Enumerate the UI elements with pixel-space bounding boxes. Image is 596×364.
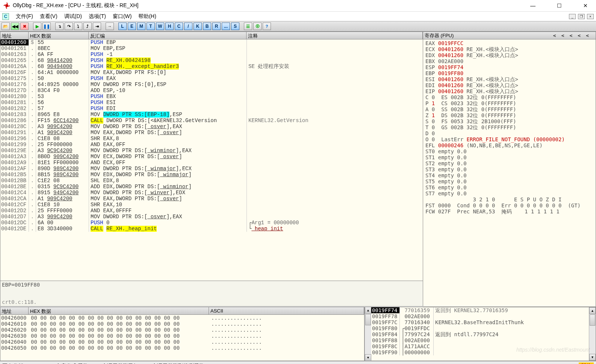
disasm-row[interactable]: 00401275.50PUSH EAX <box>0 76 423 82</box>
register-line[interactable]: EBP 0019FF80 <box>425 70 593 76</box>
dump-row[interactable]: 0042602000 00 00 00 00 00 00 00 00 00 00… <box>1 327 364 333</box>
disasm-row[interactable]: 00401260$55PUSH EBP <box>0 39 423 45</box>
dump-col-ascii[interactable]: ASCII <box>209 307 364 314</box>
register-line[interactable]: EDX 00401260 RE_XH.<模块入口点> <box>425 52 593 58</box>
register-line[interactable]: EAX 0019FFCC <box>425 40 593 46</box>
disasm-row[interactable]: 00401263.6A FFPUSH -1 <box>0 51 423 57</box>
register-line[interactable]: T 0 GS 002B 32位 0(FFFFFFFF) <box>425 124 593 130</box>
disasm-row[interactable]: 004012D2.25 FFFF0000AND EAX,0FFFF <box>0 208 423 214</box>
dump-row[interactable]: 0042605000 00 00 00 00 00 00 00 00 00 00… <box>1 345 364 351</box>
register-line[interactable]: ST6 empty 0.0 <box>425 184 593 190</box>
register-line[interactable]: ST4 empty 0.0 <box>425 172 593 178</box>
trace-over-button[interactable]: ⤴ <box>83 23 92 30</box>
disasm-row[interactable]: 00401265.68 98414200PUSH RE_XH.00424198 <box>0 57 423 63</box>
disasm-row[interactable]: 0040127D.83C4 F0ADD ESP,-10 <box>0 88 423 94</box>
register-line[interactable]: S 0 FS 0053 32位 2B1000(FFF) <box>425 118 593 124</box>
disasm-row[interactable]: 004012BB.C1E2 08SHL EDX,8 <box>0 178 423 184</box>
disasm-row[interactable]: 004012CF.C1E8 10SHR EAX,10 <box>0 202 423 208</box>
col-disasm[interactable]: 反汇编 <box>89 32 247 39</box>
stack-scrollbar[interactable]: ▴ ▾ <box>589 307 596 361</box>
registers-pane[interactable]: 寄存器 (FPU) <<<<< EAX 0019FFCCECX 00401260… <box>423 32 596 307</box>
disasm-row[interactable]: 00401291.A1 909C4200MOV EAX,DWORD PTR DS… <box>0 130 423 136</box>
disasm-row[interactable]: 00401281.56PUSH ESI <box>0 100 423 106</box>
options2-button[interactable]: ⦿ <box>253 23 262 30</box>
dump-col-addr[interactable]: 地址 <box>0 307 29 314</box>
disasm-row[interactable]: 00401286.FF15 6CC14200CALL DWORD PTR DS:… <box>0 118 423 124</box>
disasm-row[interactable]: 004012AF.890D 989C4200MOV DWORD PTR DS:[… <box>0 166 423 172</box>
register-line[interactable]: EDI 00401260 RE_XH.<模块入口点> <box>425 82 593 88</box>
goto-button[interactable]: → <box>106 23 114 30</box>
dump-pane[interactable]: 地址 HEX 数据 ASCII 0042600000 00 00 00 00 0… <box>0 307 365 361</box>
register-line[interactable]: ESI 00401260 RE_XH.<模块入口点> <box>425 76 593 82</box>
stack-row[interactable]: 0019FF88│002AE000 <box>371 337 589 343</box>
disasm-row[interactable]: 00401276.64:8925 00000MOV DWORD PTR FS:[… <box>0 82 423 88</box>
disasm-row[interactable]: 004012C4.8915 949C4200MOV DWORD PTR DS:[… <box>0 190 423 196</box>
menu-view[interactable]: 查看(V) <box>40 13 57 20</box>
menu-file[interactable]: 文件(F) <box>16 13 33 20</box>
disasm-row[interactable]: 004012BE.0315 9C9C4200ADD EDX,DWORD PTR … <box>0 184 423 190</box>
disasm-row[interactable]: 004012DE.E8 3D340000CALL RE_XH._heap_ini… <box>0 226 423 232</box>
scroll-thumb[interactable] <box>590 314 595 326</box>
rewind-button[interactable]: ◀◀ <box>11 23 19 30</box>
register-line[interactable]: O 0 LastErr ERROR_FILE_NOT_FOUND (000000… <box>425 136 593 142</box>
register-line[interactable]: EFL 00000246 (NO,NB,E,BE,NS,PE,GE,LE) <box>425 142 593 148</box>
register-line[interactable]: ST7 empty 0.0 <box>425 190 593 196</box>
menu-debug[interactable]: 调试(D) <box>64 13 82 20</box>
register-line[interactable]: D 0 <box>425 130 593 136</box>
letter-C-button[interactable]: C <box>175 23 183 30</box>
disasm-row[interactable]: 00401282.57PUSH EDI <box>0 106 423 112</box>
disasm-row[interactable]: 00401296.C1E8 08SHR EAX,8 <box>0 136 423 142</box>
letter-...-button[interactable]: ... <box>222 23 230 30</box>
disasm-row[interactable]: 004012D7.A3 909C4200MOV DWORD PTR DS:[_o… <box>0 214 423 220</box>
disasm-row[interactable]: 0040129E.A3 9C9C4200MOV DWORD PTR DS:[_w… <box>0 148 423 154</box>
mdi-close[interactable]: × <box>587 14 594 19</box>
run-button[interactable]: ▶ <box>33 23 41 30</box>
trace-into-button[interactable]: ⤵ <box>74 23 82 30</box>
disasm-row[interactable]: 00401283.8965 E8MOV DWORD PTR SS:[EBP-18… <box>0 112 423 118</box>
register-line[interactable]: 3 2 1 0 E S P U O Z D I <box>425 196 593 202</box>
step-into-button[interactable]: ↴ <box>55 23 64 30</box>
scroll-up-icon[interactable]: ▴ <box>365 307 371 314</box>
scroll-down-icon[interactable]: ▾ <box>589 354 596 361</box>
stack-row[interactable]: 0019FF84│77997C24返回到 ntdll.77997C24 <box>371 331 589 337</box>
register-line[interactable]: ST0 empty 0.0 <box>425 148 593 154</box>
mdi-restore[interactable]: ❐ <box>578 14 585 19</box>
maximize-button[interactable]: ☐ <box>552 0 567 11</box>
step-over-button[interactable]: ↷ <box>65 23 73 30</box>
menu-options[interactable]: 选项(T) <box>89 13 106 20</box>
stack-row[interactable]: 0019FF80┌0019FFDC <box>371 325 589 331</box>
disasm-row[interactable]: 0040126F.64:A1 0000000MOV EAX,DWORD PTR … <box>0 69 423 76</box>
options1-button[interactable]: ☰ <box>244 23 252 30</box>
stack-row[interactable]: 0019FF90│00000000 <box>371 349 589 355</box>
disasm-row[interactable]: 004012DC.6A 00PUSH 0┌Arg1 = 00000000 <box>0 220 423 226</box>
cpu-icon[interactable]: C <box>2 13 9 20</box>
letter-T-button[interactable]: T <box>147 23 155 30</box>
register-line[interactable]: Z 1 DS 002B 32位 0(FFFFFFFF) <box>425 112 593 118</box>
minimize-button[interactable]: — <box>525 0 540 11</box>
open-button[interactable]: 📂 <box>2 23 10 30</box>
letter-M-button[interactable]: M <box>137 23 145 30</box>
col-address[interactable]: 地址 <box>0 32 29 39</box>
register-line[interactable]: ECX 00401260 RE_XH.<模块入口点> <box>425 46 593 52</box>
dump-row[interactable]: 0042601000 00 00 00 00 00 00 00 00 00 00… <box>1 321 364 327</box>
close-file-button[interactable]: ✖ <box>20 23 29 30</box>
register-line[interactable]: FST 0000 Cond 0 0 0 0 Err 0 0 0 0 0 0 0 … <box>425 202 593 208</box>
disasm-row[interactable]: 0040128C.A3 909C4200MOV DWORD PTR DS:[_o… <box>0 124 423 130</box>
stack-row[interactable]: 0019FF78 002AE000 <box>371 313 589 319</box>
disasm-row[interactable]: 00401280.53PUSH EBX <box>0 94 423 100</box>
help-button[interactable]: ? <box>263 23 271 30</box>
register-line[interactable]: ESP 0019FF74 <box>425 64 593 70</box>
register-line[interactable]: C 0 ES 002B 32位 0(FFFFFFFF) <box>425 94 593 100</box>
letter-S-button[interactable]: S <box>231 23 239 30</box>
letter-/-button[interactable]: / <box>184 23 192 30</box>
dump-row[interactable]: 0042604000 00 00 00 00 00 00 00 00 00 00… <box>1 339 364 345</box>
dump-scrollbar[interactable]: ▴ ▾ <box>365 307 371 361</box>
disassembly-pane[interactable]: 地址 HEX 数据 反汇编 注释 00401260$55PUSH EBP0040… <box>0 32 423 281</box>
register-line[interactable]: ST3 empty 0.0 <box>425 166 593 172</box>
register-line[interactable]: ST2 empty 0.0 <box>425 160 593 166</box>
register-line[interactable]: FCW 027F Prec NEAR,53 掩码 1 1 1 1 1 1 <box>425 208 593 214</box>
disasm-row[interactable]: 004012CA.A1 909C4200MOV EAX,DWORD PTR DS… <box>0 196 423 202</box>
menu-window[interactable]: 窗口(W) <box>113 13 132 20</box>
disasm-row[interactable]: 004012A3.8B0D 909C4200MOV ECX,DWORD PTR … <box>0 154 423 160</box>
letter-R-button[interactable]: R <box>212 23 221 30</box>
